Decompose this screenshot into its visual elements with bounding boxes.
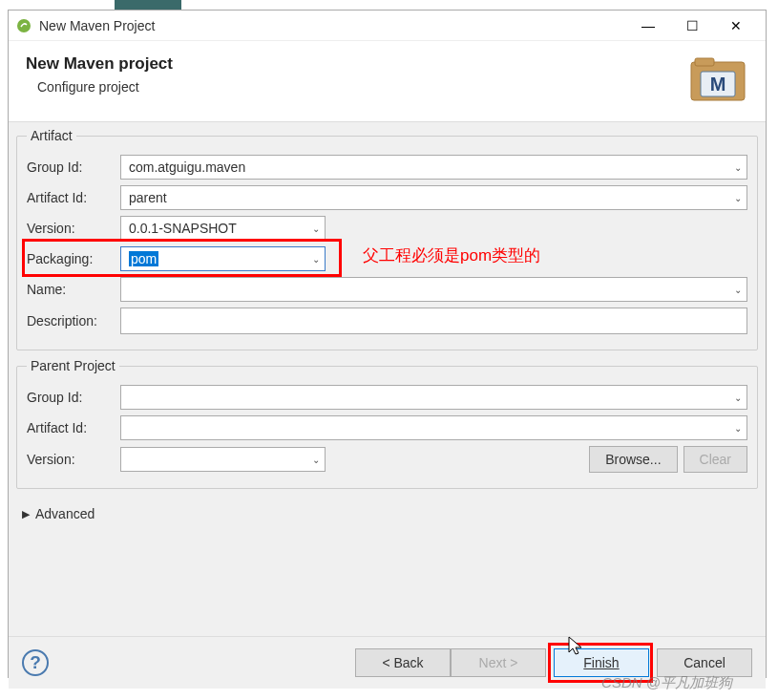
close-button[interactable]: ✕ [714,11,758,40]
back-button[interactable]: < Back [355,648,451,677]
maven-icon: M [687,54,748,104]
annotation-text: 父工程必须是pom类型的 [363,244,540,266]
clear-button[interactable]: Clear [683,446,747,473]
svg-text:M: M [710,74,726,95]
maximize-button[interactable]: ☐ [670,11,714,40]
version-input[interactable] [120,216,326,241]
dialog-window: New Maven Project — ☐ ✕ New Maven projec… [8,10,767,678]
description-input[interactable] [120,308,747,334]
parent-legend: Parent Project [27,358,119,373]
dialog-content: Artifact Group Id: ⌄ Artifact Id: ⌄ Vers… [9,122,766,636]
finish-button[interactable]: Finish [554,648,649,677]
svg-point-0 [17,19,31,32]
parent-group-id-input[interactable] [120,385,747,410]
name-input[interactable] [120,277,747,302]
version-label: Version: [27,221,120,236]
artifact-fieldset: Artifact Group Id: ⌄ Artifact Id: ⌄ Vers… [16,128,758,350]
packaging-select[interactable]: pom [120,246,326,271]
group-id-label: Group Id: [27,159,120,175]
advanced-toggle[interactable]: ▶ Advanced [16,497,758,531]
parent-version-label: Version: [27,452,120,467]
parent-artifact-id-input[interactable] [120,415,747,440]
advanced-label: Advanced [35,506,95,521]
parent-group-id-label: Group Id: [27,390,120,405]
help-icon[interactable]: ? [22,649,49,676]
artifact-legend: Artifact [27,128,76,143]
app-icon [16,18,32,33]
decorative-strip [115,0,181,10]
page-subtitle: Configure project [37,79,687,95]
artifact-id-input[interactable] [120,185,747,210]
titlebar: New Maven Project — ☐ ✕ [9,11,766,41]
dialog-header: New Maven project Configure project M [9,41,766,122]
triangle-right-icon: ▶ [22,508,30,520]
parent-fieldset: Parent Project Group Id: ⌄ Artifact Id: … [16,358,758,489]
group-id-input[interactable] [120,155,747,180]
svg-rect-2 [695,58,714,66]
page-title: New Maven project [26,54,687,74]
next-button[interactable]: Next > [451,648,546,677]
parent-artifact-id-label: Artifact Id: [27,420,120,435]
parent-version-input[interactable] [120,447,326,472]
cancel-button[interactable]: Cancel [657,648,752,677]
description-label: Description: [27,313,120,329]
packaging-label: Packaging: [27,251,120,266]
window-controls: — ☐ ✕ [626,11,758,40]
window-title: New Maven Project [39,18,626,33]
name-label: Name: [27,282,120,297]
dialog-footer: ? < Back Next > Finish Cancel [9,636,766,689]
artifact-id-label: Artifact Id: [27,190,120,205]
browse-button[interactable]: Browse... [589,446,677,473]
minimize-button[interactable]: — [626,11,670,40]
